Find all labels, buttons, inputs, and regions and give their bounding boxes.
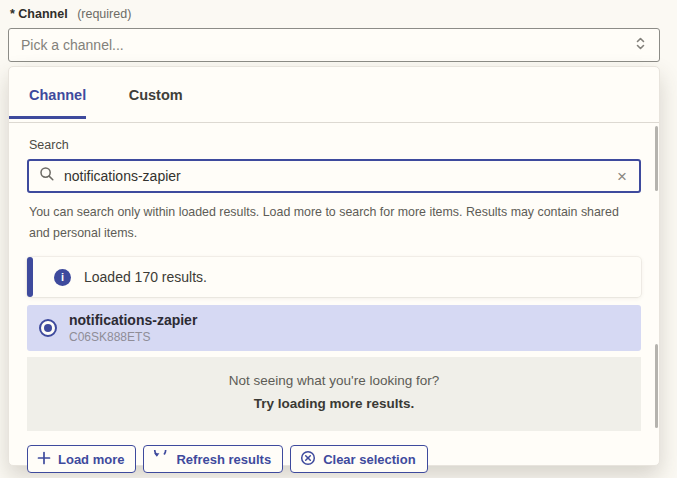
loaded-results-alert: i Loaded 170 results. [27,257,641,297]
radio-selected-icon[interactable] [39,319,57,337]
load-more-button[interactable]: Load more [27,445,136,473]
search-box: × [27,159,641,193]
load-more-label: Load more [58,452,124,467]
refresh-results-button[interactable]: Refresh results [143,445,283,473]
refresh-icon [153,450,169,469]
field-label-text: * Channel [10,7,68,21]
search-label: Search [29,138,641,152]
channel-select-placeholder: Pick a channel... [21,37,634,53]
search-icon [39,166,55,186]
option-text: notifications-zapier C06SK888ETS [69,312,197,344]
scrollbar-thumb[interactable] [655,126,658,191]
info-icon: i [54,269,71,286]
plus-icon [37,451,51,468]
tab-content: Search × You can search only within load… [9,123,659,478]
channel-option-selected[interactable]: notifications-zapier C06SK888ETS [27,305,641,351]
alert-text: Loaded 170 results. [84,269,207,285]
channel-select[interactable]: Pick a channel... [8,28,660,62]
channel-picker-page: * Channel (required) Pick a channel... C… [0,0,677,478]
circle-x-icon [300,450,316,469]
hint-line-1: Not seeing what you're looking for? [37,370,631,393]
tab-channel[interactable]: Channel [29,67,86,117]
field-required-note: (required) [77,7,131,21]
radio-dot [44,324,52,332]
search-input[interactable] [64,168,615,184]
refresh-results-label: Refresh results [176,452,271,467]
alert-accent-bar [27,257,33,297]
clear-selection-label: Clear selection [323,452,416,467]
search-helper-text: You can search only within loaded result… [29,202,639,244]
option-name: notifications-zapier [69,312,197,328]
option-id: C06SK888ETS [69,330,197,344]
scrollbar-thumb[interactable] [655,344,658,428]
tab-bar: Channel Custom [9,67,659,123]
hint-line-2: Try loading more results. [37,393,631,416]
channel-dropdown-panel: Channel Custom Search × You can search o… [8,66,660,466]
clear-selection-button[interactable]: Clear selection [290,445,428,473]
field-label: * Channel (required) [10,7,131,21]
chevron-updown-icon [634,36,647,55]
action-buttons: Load more Refresh results [27,445,641,473]
load-more-hint: Not seeing what you're looking for? Try … [27,357,641,431]
tab-custom[interactable]: Custom [129,67,183,117]
clear-search-icon[interactable]: × [615,168,629,185]
